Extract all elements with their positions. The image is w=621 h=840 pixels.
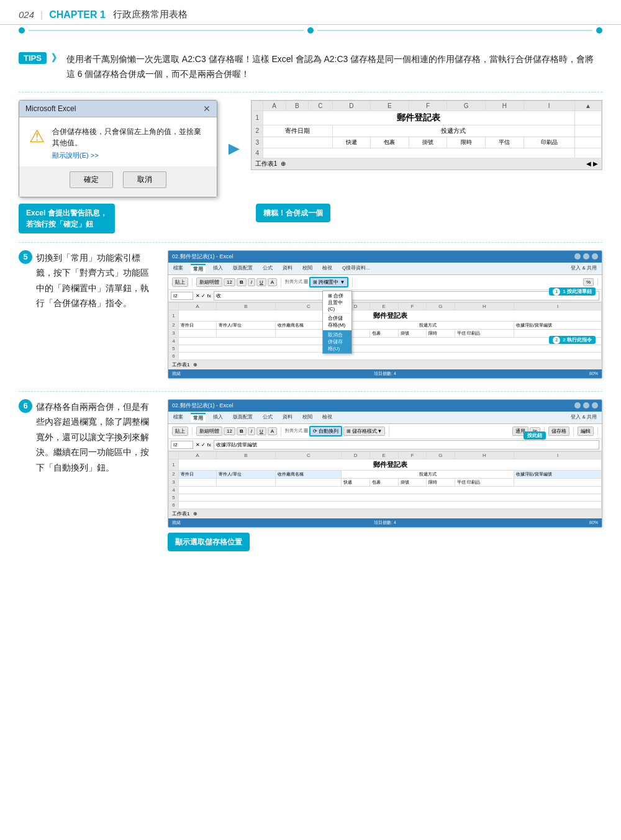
paste-btn-5[interactable]: 貼上 <box>172 278 188 287</box>
item-count-5: 項目個數: 4 <box>374 371 396 377</box>
formula-input-6[interactable]: 收據浮貼/貨單編號 <box>214 440 599 449</box>
tab-insert-6[interactable]: 插入 <box>211 413 225 422</box>
add-sheet-icon-6[interactable]: ⊕ <box>193 511 197 517</box>
grid-cell-a2-5[interactable]: 寄件日 <box>179 321 217 329</box>
cancel-button[interactable]: 取消 <box>123 171 166 188</box>
formula-input-5[interactable]: 收 <box>214 291 599 300</box>
sheet-tab-6[interactable]: 工作表1 <box>172 510 189 517</box>
step-6-callout-below: 顯示選取儲存格位置 <box>168 533 602 551</box>
bold-6[interactable]: B <box>237 427 247 435</box>
tab-review-5[interactable]: 校閱 <box>300 264 315 273</box>
step-5-left: 5 切換到「常用」功能索引標籤，按下「對齊方式」功能區中的「跨欄置中」清單鈕，執… <box>19 250 155 315</box>
wrap-text-btn-6[interactable]: ⟳ 自動換列 <box>309 426 342 436</box>
tab-data-5[interactable]: 資料 <box>280 264 295 273</box>
grid-row-6-5: 6 <box>169 352 602 359</box>
header-separator: | <box>40 9 43 20</box>
minimize-icon-6[interactable] <box>574 402 581 409</box>
font-name-6[interactable]: 新細明體 <box>196 427 222 436</box>
tab-view-5[interactable]: 檢視 <box>320 264 335 273</box>
save-btn-6[interactable]: 儲存格 <box>548 427 569 436</box>
delivery-method: 投遞方式 <box>332 125 574 137</box>
grid-cell-b2-5[interactable]: 寄件人/單位 <box>216 321 275 329</box>
sheet-tab-bar-1: 工作表1 ⊕ ◀ ▶ <box>252 158 602 169</box>
grid-cell-c2-6[interactable]: 收件廠商名稱 <box>276 470 342 478</box>
grid-cell-b2-6[interactable]: 寄件人/單位 <box>216 470 275 478</box>
add-sheet-icon-5[interactable]: ⊕ <box>193 362 197 368</box>
close-win-icon[interactable] <box>592 253 598 260</box>
sheet-tab-1[interactable]: 工作表1 <box>255 160 278 168</box>
step-5-excel: 02.郵件登記表(1) - Excel 檔案 常用 插入 版面配置 公式 資料 … <box>168 250 602 379</box>
tab-home-5[interactable]: 常用 <box>191 264 206 273</box>
tab-review-6[interactable]: 校閱 <box>300 413 315 422</box>
merge-btn-5[interactable]: ⊞ 跨欄置中 ▼ <box>309 277 348 287</box>
italic-5[interactable]: I <box>248 278 255 286</box>
tab-insert-5[interactable]: 插入 <box>211 264 225 273</box>
italic-6[interactable]: I <box>248 427 255 435</box>
maximize-icon-6[interactable] <box>583 402 589 409</box>
font-color-5[interactable]: A <box>268 278 277 286</box>
maximize-icon[interactable] <box>583 253 589 260</box>
step-5-right: 02.郵件登記表(1) - Excel 檔案 常用 插入 版面配置 公式 資料 … <box>168 250 602 379</box>
font-size-5[interactable]: 12 <box>224 278 235 286</box>
search-tab-5[interactable]: Q搜尋資料... <box>340 264 373 273</box>
grid-col-headers-5: A B C D E F G H I <box>169 302 602 310</box>
sheet-tab-bar-6: 工作表1 ⊕ <box>168 509 602 518</box>
sheet-tab-bar-5: 工作表1 ⊕ <box>168 360 602 369</box>
cell-ref-6[interactable]: I2 <box>171 441 193 449</box>
step-5-section: 5 切換到「常用」功能索引標籤，按下「對齊方式」功能區中的「跨欄置中」清單鈕，執… <box>19 250 602 379</box>
percent-5[interactable]: % <box>583 278 594 286</box>
minimize-icon[interactable] <box>574 253 581 260</box>
tab-file-5[interactable]: 檔案 <box>171 264 186 273</box>
dropdown-unmerge[interactable]: 取消合併儲存格(U) <box>323 330 351 353</box>
tab-file-6[interactable]: 檔案 <box>171 413 186 422</box>
help-link[interactable]: 顯示說明(E) >> <box>52 151 207 160</box>
tab-home-6[interactable]: 常用 <box>191 413 206 422</box>
font-name-5[interactable]: 新細明體 <box>196 278 222 287</box>
underline-5[interactable]: U <box>256 278 266 286</box>
dropdown-merge-across[interactable]: 合併儲存格(M) <box>323 314 351 330</box>
tab-formula-5[interactable]: 公式 <box>260 264 275 273</box>
cell-ref-5[interactable]: I2 <box>171 292 193 300</box>
step-6-excel: 02.郵件登記表(1) - Excel 檔案 常用 插入 版面配置 公式 資料 … <box>168 399 602 528</box>
dialog-buttons: 確定 取消 <box>19 166 217 197</box>
bold-5[interactable]: B <box>237 278 247 286</box>
tab-layout-5[interactable]: 版面配置 <box>230 264 255 273</box>
tab-formula-6[interactable]: 公式 <box>260 413 275 422</box>
grid-row-1-6: 1 郵件登記表 <box>169 459 602 470</box>
badge-2-icon: 2 <box>553 336 560 344</box>
merge-btn-6[interactable]: ⊞ 儲存格樣式▼ <box>343 427 385 436</box>
close-win-icon-6[interactable] <box>592 402 598 409</box>
tab-data-6[interactable]: 資料 <box>280 413 295 422</box>
grid-receipt-6[interactable]: 收據浮貼/貨單編號 <box>514 470 602 478</box>
step-5-formula-bar: I2 ✕ ✓ fx 收 <box>168 290 602 302</box>
login-tab-6[interactable]: 登入 & 共用 <box>568 413 599 422</box>
underline-6[interactable]: U <box>256 427 266 435</box>
step-5-titlebar: 02.郵件登記表(1) - Excel <box>168 251 602 263</box>
sheet-tab-5[interactable]: 工作表1 <box>172 361 189 368</box>
step-6-statusbar: 就緒 項目個數: 4 80% <box>168 518 602 527</box>
tab-view-6[interactable]: 檢視 <box>320 413 335 422</box>
paste-btn-6[interactable]: 貼上 <box>172 427 188 436</box>
tab-layout-6[interactable]: 版面配置 <box>230 413 255 422</box>
close-icon[interactable]: ✕ <box>203 104 211 114</box>
add-sheet-icon[interactable]: ⊕ <box>281 160 286 167</box>
sheet-row-3: 3 快遞 包裹 掛號 限時 平信 印刷品 <box>252 137 601 148</box>
step-5-text: 切換到「常用」功能索引標籤，按下「對齊方式」功能區中的「跨欄置中」清單鈕，執行「… <box>36 250 155 311</box>
edit-btn-6[interactable]: 編輯 <box>578 427 594 436</box>
font-color-6[interactable]: A <box>268 427 277 435</box>
ok-button[interactable]: 確定 <box>70 171 113 188</box>
font-size-6[interactable]: 12 <box>224 427 235 435</box>
callout-badge-2: 2 2 執行此指令 <box>549 336 596 344</box>
grid-row-3-5: 3 快遞 包裹 掛號 限時 平信 印刷品 <box>169 329 602 337</box>
font-group-6: 新細明體 12 B I U A <box>196 427 281 436</box>
grid-cell-a2-6[interactable]: 寄件日 <box>179 470 217 478</box>
dropdown-merge-center[interactable]: ⊞ 合併且置中(C) <box>323 291 351 314</box>
grid-row-6-6: 6 <box>169 501 602 508</box>
excel-dialog: Microsoft Excel ✕ ⚠ 合併儲存格後，只會保留左上角的值，並捨棄… <box>19 100 217 197</box>
grid-receipt-5[interactable]: 收據浮貼/貨單編號 <box>514 321 602 329</box>
step-6-heading: 6 儲存格各自兩兩合併，但是有些內容超過欄寬，除了調整欄寬外，還可以讓文字換列來… <box>19 399 155 476</box>
login-tab-5[interactable]: 登入 & 共用 <box>568 264 599 273</box>
dot-line-1 <box>29 30 304 31</box>
method-4: 限時 <box>447 137 486 148</box>
sheet-row-2: 2 寄件日期 投遞方式 <box>252 125 601 137</box>
